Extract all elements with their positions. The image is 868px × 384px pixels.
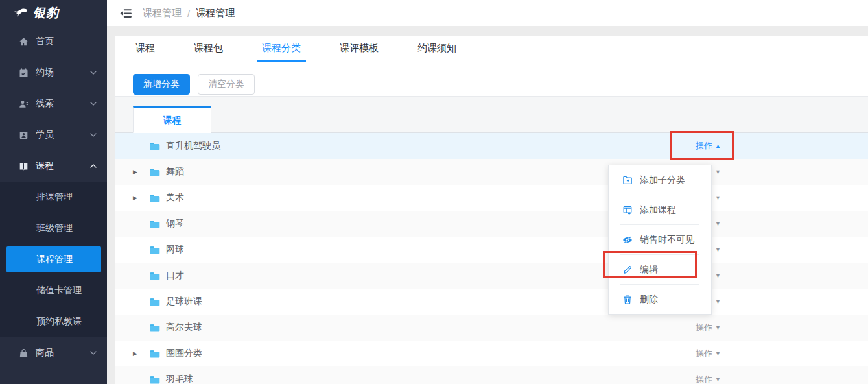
book-icon <box>18 161 29 171</box>
folder-icon <box>149 271 160 281</box>
sidebar-item-label: 线索 <box>36 98 54 110</box>
tab-2[interactable]: 课程分类 <box>257 36 306 62</box>
action-label: 操作 <box>696 348 712 359</box>
action-caret-icon: ▼ <box>715 350 721 357</box>
row-action-link[interactable]: 操作 ▼ <box>696 322 721 333</box>
sidebar-item-home[interactable]: 首页 <box>0 26 107 57</box>
table-row[interactable]: ▶ 直升机驾驶员 操作 ▲ <box>115 133 868 159</box>
chevron-up-icon <box>90 164 97 168</box>
sidebar-submenu-item-0[interactable]: 排课管理 <box>0 182 107 213</box>
row-label: 美术 <box>166 192 184 204</box>
expand-caret-icon[interactable]: ▶ <box>133 350 142 357</box>
chevron-down-icon <box>90 133 97 137</box>
tab-0[interactable]: 课程 <box>130 36 160 62</box>
row-label: 钢琴 <box>166 218 184 230</box>
folder-icon <box>149 167 160 177</box>
tree-tab-course[interactable]: 课程 <box>133 106 211 133</box>
tab-4[interactable]: 约课须知 <box>412 36 462 62</box>
table-row[interactable]: ▶ 高尔夫球 操作 ▼ <box>115 315 868 341</box>
sidebar-item-label: 课程 <box>36 160 54 172</box>
sidebar-submenu-item-label: 课程管理 <box>36 254 73 265</box>
folder-icon <box>149 349 160 359</box>
chevron-down-icon <box>90 351 97 355</box>
action-caret-icon: ▲ <box>715 143 721 149</box>
row-action-link[interactable]: 操作 ▼ <box>696 348 721 359</box>
home-icon <box>18 36 29 47</box>
context-menu-item-3[interactable]: 编辑 <box>609 255 711 284</box>
clear-category-button[interactable]: 清空分类 <box>198 74 255 95</box>
brand-logo[interactable]: 银豹 <box>0 0 107 26</box>
tab-1[interactable]: 课程包 <box>189 36 228 62</box>
context-menu-item-1[interactable]: 添加课程 <box>609 195 711 224</box>
row-label: 羽毛球 <box>166 374 193 384</box>
sidebar-item-label: 约场 <box>36 67 54 78</box>
breadcrumb-parent[interactable]: 课程管理 <box>143 7 182 19</box>
row-action-link[interactable]: 操作 ▲ <box>696 140 721 152</box>
row-label: 直升机驾驶员 <box>166 140 220 152</box>
sidebar-item-id-card[interactable]: 学员 <box>0 119 107 150</box>
sidebar-nav-secondary: 商品 <box>0 337 107 368</box>
action-label: 操作 <box>696 140 712 152</box>
tab-3[interactable]: 课评模板 <box>334 36 384 62</box>
chevron-down-icon <box>90 71 97 75</box>
context-menu-item-label: 销售时不可见 <box>640 234 694 246</box>
expand-caret-icon[interactable]: ▶ <box>133 169 142 175</box>
sidebar-item-label: 首页 <box>36 36 54 47</box>
table-row[interactable]: ▶ 钢琴 操作 ▼ <box>115 211 868 237</box>
row-label: 圈圈分类 <box>166 348 202 359</box>
action-caret-icon: ▼ <box>715 324 721 331</box>
action-caret-icon: ▼ <box>715 376 721 383</box>
row-action-link[interactable]: 操作 ▼ <box>696 374 721 384</box>
calendar-icon <box>18 67 29 78</box>
folder-icon <box>149 323 160 333</box>
chevron-down-icon <box>90 102 97 106</box>
folder-plus-icon <box>622 175 633 186</box>
action-label: 操作 <box>696 322 712 333</box>
collapse-sidebar-icon[interactable] <box>120 8 132 18</box>
sidebar-item-bag[interactable]: 商品 <box>0 337 107 368</box>
sidebar-item-label: 商品 <box>36 347 54 359</box>
table-row[interactable]: ▶ 口才 操作 ▼ <box>115 263 868 289</box>
action-caret-icon: ▼ <box>715 246 721 253</box>
sidebar-submenu-item-1[interactable]: 班级管理 <box>0 213 107 244</box>
sidebar-item-calendar[interactable]: 约场 <box>0 57 107 88</box>
sidebar-submenu-item-4[interactable]: 预约私教课 <box>0 306 107 337</box>
table-row[interactable]: ▶ 美术 操作 ▼ <box>115 185 868 211</box>
table-row[interactable]: ▶ 羽毛球 操作 ▼ <box>115 366 868 384</box>
content-card: 课程课程包课程分类课评模板约课须知 新增分类 清空分类 课程 ▶ 直升机驾驶员 … <box>115 36 868 384</box>
leopard-logo-icon <box>14 8 29 18</box>
sidebar-item-person[interactable]: 线索 <box>0 88 107 119</box>
table-row[interactable]: ▶ 网球 操作 ▼ <box>115 237 868 263</box>
toolbar: 新增分类 清空分类 <box>115 62 868 95</box>
expand-caret-icon[interactable]: ▶ <box>133 195 142 201</box>
table-row[interactable]: ▶ 圈圈分类 操作 ▼ <box>115 341 868 366</box>
table-row[interactable]: ▶ 足球班课 操作 ▼ <box>115 289 868 315</box>
board-plus-icon <box>622 205 633 215</box>
row-label: 网球 <box>166 244 184 256</box>
context-menu-item-2[interactable]: 销售时不可见 <box>609 225 711 254</box>
tree-tab-strip: 课程 <box>115 96 868 133</box>
brand-name: 银豹 <box>33 5 59 21</box>
id-card-icon <box>18 130 29 140</box>
table-row[interactable]: ▶ 舞蹈 操作 ▼ <box>115 159 868 185</box>
action-caret-icon: ▼ <box>715 272 721 279</box>
context-menu-item-0[interactable]: 添加子分类 <box>609 165 711 195</box>
eye-off-icon <box>622 235 633 245</box>
tabs-bar: 课程课程包课程分类课评模板约课须知 <box>115 36 868 62</box>
context-menu-item-4[interactable]: 删除 <box>609 285 711 314</box>
context-menu-item-label: 添加子分类 <box>640 174 685 186</box>
sidebar-submenu-item-2[interactable]: 课程管理 <box>0 244 107 275</box>
action-caret-icon: ▼ <box>715 169 721 175</box>
add-category-button[interactable]: 新增分类 <box>133 74 190 95</box>
action-dropdown-menu: 添加子分类 添加课程 销售时不可见 编辑 删除 <box>608 165 712 315</box>
folder-icon <box>149 297 160 307</box>
row-label: 高尔夫球 <box>166 322 202 333</box>
sidebar-submenu-item-3[interactable]: 储值卡管理 <box>0 275 107 306</box>
sidebar-nav: 首页 约场 线索 学员 课程 <box>0 26 107 182</box>
bag-icon <box>18 348 29 358</box>
sidebar-item-book[interactable]: 课程 <box>0 150 107 182</box>
context-menu-item-label: 编辑 <box>640 264 658 276</box>
trash-icon <box>622 294 633 305</box>
action-label: 操作 <box>696 374 712 384</box>
sidebar-submenu: 排课管理 班级管理 课程管理 储值卡管理 预约私教课 <box>0 182 107 337</box>
